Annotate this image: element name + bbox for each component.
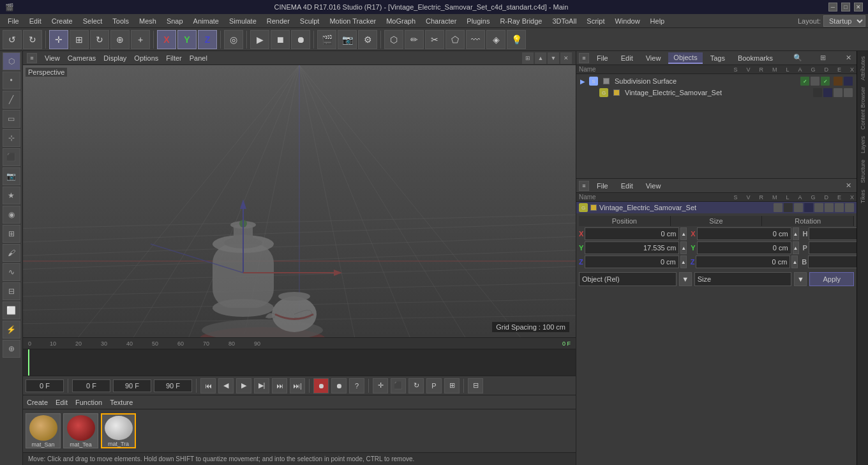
search-obj-button[interactable]: 🔍 xyxy=(792,52,804,64)
attrs-tab-edit[interactable]: Edit xyxy=(616,181,638,191)
menu-mograph[interactable]: MoGraph xyxy=(381,16,421,26)
pos-z-up[interactable]: ▲ xyxy=(680,255,687,268)
menu-select[interactable]: Select xyxy=(78,16,108,26)
samovar-flag-2[interactable] xyxy=(823,88,832,97)
obj-expand-button[interactable]: ⊞ xyxy=(817,52,828,64)
mat-menu-edit[interactable]: Edit xyxy=(56,399,68,406)
attrs-obj-row[interactable]: G Vintage_Electric_Samovar_Set xyxy=(576,202,857,213)
obj-close-button[interactable]: ✕ xyxy=(842,52,854,64)
attrs-flag-6[interactable] xyxy=(825,203,834,212)
mat-menu-texture[interactable]: Texture xyxy=(110,399,133,406)
tool-layers[interactable]: ⊟ xyxy=(3,282,20,300)
obj-tab-file[interactable]: File xyxy=(592,53,613,63)
size-y-input[interactable] xyxy=(697,241,791,254)
move-tool-button[interactable]: ✛ xyxy=(49,30,68,49)
menu-motion-tracker[interactable]: Motion Tracker xyxy=(324,16,381,26)
powerslider-button[interactable]: P xyxy=(426,378,442,393)
pos-y-up[interactable]: ▲ xyxy=(680,241,687,254)
polygon-button[interactable]: ⬠ xyxy=(445,30,465,49)
record-key-button[interactable]: ⏺ xyxy=(313,378,329,393)
material-item-tray[interactable]: mat_Tra xyxy=(101,413,136,448)
samovar-flag-3[interactable] xyxy=(834,88,842,97)
end-frame-input2[interactable] xyxy=(154,379,192,392)
go-last-button[interactable]: ⏭| xyxy=(290,378,305,393)
vp-menu-panel[interactable]: Panel xyxy=(190,54,207,62)
menu-edit[interactable]: Edit xyxy=(24,16,47,26)
play-button[interactable]: ▶ xyxy=(236,378,251,393)
rs-tab-content-browser[interactable]: Content Browser xyxy=(858,84,867,132)
tool-mode-points[interactable]: • xyxy=(3,72,20,89)
start-frame-input[interactable] xyxy=(72,379,110,392)
menu-simulate[interactable]: Simulate xyxy=(224,16,262,26)
stop-toolbar-button[interactable]: ⏹ xyxy=(271,30,290,49)
vp-menu-display[interactable]: Display xyxy=(103,54,126,62)
layout-transport-button[interactable]: ⊟ xyxy=(468,378,483,393)
tool-mode-edges[interactable]: ╱ xyxy=(3,91,20,109)
menu-script[interactable]: Script xyxy=(581,16,610,26)
layout-dropdown[interactable]: Startup xyxy=(823,15,865,27)
menu-mesh[interactable]: Mesh xyxy=(134,16,161,26)
tool-camera[interactable]: 📷 xyxy=(3,167,20,185)
menu-3dtoall[interactable]: 3DToAll xyxy=(547,16,581,26)
prev-frame-button[interactable]: ◀ xyxy=(218,378,234,393)
size-x-up[interactable]: ▲ xyxy=(793,227,799,240)
tool-group[interactable]: ⊞ xyxy=(3,225,20,243)
menu-character[interactable]: Character xyxy=(421,16,461,26)
attrs-close-button[interactable]: ✕ xyxy=(842,180,854,192)
add-button[interactable]: + xyxy=(131,30,150,49)
attrs-flag-5[interactable] xyxy=(814,203,823,212)
perspective-button[interactable]: ⬡ xyxy=(384,30,403,49)
vp-menu-filter[interactable]: Filter xyxy=(166,54,181,62)
obj-row-subdivision[interactable]: ▶ S Subdivision Surface ✓ ✓ xyxy=(578,75,855,87)
snap-transport-button[interactable]: ✛ xyxy=(373,378,388,393)
pos-x-input[interactable] xyxy=(585,227,679,240)
menu-file[interactable]: File xyxy=(3,16,24,26)
play-toolbar-button[interactable]: ▶ xyxy=(250,30,269,49)
go-end-button[interactable]: ⏭ xyxy=(272,378,287,393)
obj-tab-objects[interactable]: Objects xyxy=(668,52,702,64)
minimize-button[interactable]: ─ xyxy=(828,3,837,11)
menu-rray[interactable]: R-Ray Bridge xyxy=(495,16,547,26)
flag-s[interactable]: ✓ xyxy=(800,77,809,86)
record-button[interactable]: ⏺ xyxy=(291,30,310,49)
obj-tab-view[interactable]: View xyxy=(641,53,666,63)
rs-tab-tikes[interactable]: Tikes xyxy=(858,187,867,206)
tool-cube[interactable]: ⬛ xyxy=(3,148,20,166)
tool-mode-object[interactable]: ⬡ xyxy=(3,52,20,70)
size-z-up[interactable]: ▲ xyxy=(791,255,798,268)
rs-tab-layers[interactable]: Layers xyxy=(858,133,867,156)
rotate-tool-button[interactable]: ↻ xyxy=(90,30,109,49)
menu-help[interactable]: Help xyxy=(645,16,670,26)
flag-v[interactable] xyxy=(811,77,819,86)
tool-brush[interactable]: ⊕ xyxy=(3,340,20,358)
object-type-dropdown[interactable]: ▼ xyxy=(679,272,692,286)
tool-snap[interactable]: ⊹ xyxy=(3,129,20,147)
x-axis-button[interactable]: X xyxy=(157,30,176,49)
menu-create[interactable]: Create xyxy=(47,16,78,26)
knife-button[interactable]: ✂ xyxy=(425,30,444,49)
maximize-button[interactable]: □ xyxy=(841,3,850,11)
vp-up-button[interactable]: ▲ xyxy=(535,52,546,64)
pos-y-input[interactable] xyxy=(585,241,679,254)
timeline-bar[interactable] xyxy=(23,349,576,376)
attrs-flag-3[interactable] xyxy=(794,203,803,212)
attrs-flag-7[interactable] xyxy=(835,203,844,212)
obj-panel-toggle[interactable]: ≡ xyxy=(579,53,589,63)
material-item-tea[interactable]: mat_Tea xyxy=(63,413,98,448)
vp-menu-view[interactable]: View xyxy=(45,54,60,62)
vp-close-button[interactable]: ✕ xyxy=(560,52,572,64)
rs-tab-structure[interactable]: Structure xyxy=(858,157,867,186)
obj-tab-tags[interactable]: Tags xyxy=(705,53,730,63)
mat-menu-create[interactable]: Create xyxy=(27,399,48,406)
render-settings-button[interactable]: ⚙ xyxy=(358,30,377,49)
apply-button[interactable]: Apply xyxy=(809,272,854,286)
flag-r[interactable]: ✓ xyxy=(821,77,830,86)
menu-plugins[interactable]: Plugins xyxy=(461,16,495,26)
key-type-button[interactable]: ⬛ xyxy=(391,378,406,393)
size-type-dropdown[interactable]: ▼ xyxy=(794,272,807,286)
attrs-toggle[interactable]: ≡ xyxy=(579,181,589,191)
tool-light[interactable]: ★ xyxy=(3,187,20,204)
scale-tool-button[interactable]: ⊞ xyxy=(70,30,89,49)
size-x-input[interactable] xyxy=(697,227,791,240)
menu-window[interactable]: Window xyxy=(610,16,645,26)
